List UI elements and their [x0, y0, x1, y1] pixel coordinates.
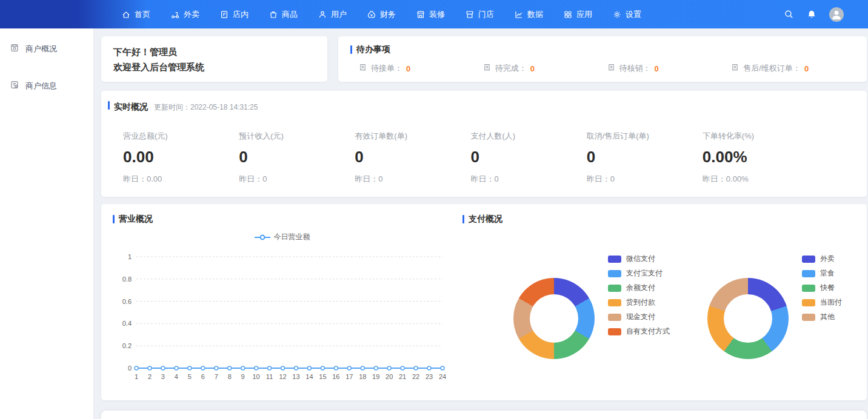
svg-text:7: 7: [215, 373, 218, 380]
legend-label: 当面付: [820, 297, 842, 308]
svg-text:17: 17: [346, 373, 353, 380]
legend-item[interactable]: 当面付: [802, 297, 842, 308]
nav-item-settings[interactable]: 设置: [612, 9, 641, 20]
svg-text:20: 20: [386, 373, 393, 380]
todo-item-label: 待接单：: [371, 63, 402, 74]
svg-text:15: 15: [319, 373, 326, 380]
legend-item[interactable]: 支付宝支付: [608, 268, 670, 279]
nav-label: 财务: [380, 9, 396, 20]
nav-item-home[interactable]: 首页: [121, 9, 150, 20]
payment-overview-section: 支付概况 微信支付支付宝支付余额支付货到付款现金支付自有支付方式 外卖堂食快餐当…: [452, 214, 867, 400]
sidebar-item-label: 商户信息: [25, 81, 57, 91]
apps-grid-icon: [563, 10, 573, 19]
legend-color-chip: [608, 256, 621, 263]
legend-item[interactable]: 自有支付方式: [608, 326, 670, 337]
legend-item[interactable]: 微信支付: [608, 254, 670, 264]
business-overview-section: 营业概况 今日营业额 00.20.40.60.81123456789101112…: [101, 214, 452, 400]
nav-item-stores[interactable]: 门店: [465, 9, 494, 20]
gear-icon: [612, 10, 622, 19]
payment-methods-donut-group: 微信支付支付宝支付余额支付货到付款现金支付自有支付方式: [513, 254, 670, 359]
legend-item[interactable]: 快餐: [802, 283, 842, 293]
nav-item-instore[interactable]: 店内: [219, 9, 249, 20]
payment-methods-legend: 微信支付支付宝支付余额支付货到付款现金支付自有支付方式: [608, 254, 670, 337]
realtime-title: 实时概况: [114, 102, 148, 113]
legend-color-chip: [802, 270, 815, 277]
update-time: 更新时间：2022-05-18 14:31:25: [154, 102, 258, 113]
nav-item-apps[interactable]: 应用: [563, 9, 592, 20]
svg-text:10: 10: [252, 373, 259, 380]
nav-item-goods[interactable]: 商品: [269, 9, 298, 20]
home-icon: [121, 10, 131, 19]
stat-yesterday: 昨日：0.00: [123, 174, 239, 185]
stat-total-revenue: 营业总额(元) 0.00 昨日：0.00: [123, 131, 239, 185]
charts-card: 营业概况 今日营业额 00.20.40.60.81123456789101112…: [101, 204, 867, 400]
main-content: 下午好！管理员 欢迎登入后台管理系统 待办事项 待接单：0 待完成：0: [94, 28, 868, 419]
bell-icon[interactable]: [807, 10, 816, 19]
storefront-icon: [416, 10, 426, 19]
todo-item-aftersale-orders[interactable]: 售后/维权订单：0: [730, 63, 855, 74]
svg-text:1: 1: [128, 253, 132, 260]
svg-text:14: 14: [305, 373, 313, 380]
todo-item-label: 待完成：: [495, 63, 527, 74]
greeting-card: 下午好！管理员 欢迎登入后台管理系统: [101, 36, 327, 82]
nav-item-decoration[interactable]: 装修: [416, 9, 445, 20]
svg-text:18: 18: [359, 373, 366, 380]
svg-text:16: 16: [332, 373, 339, 380]
legend-color-chip: [608, 314, 621, 321]
sidebar-item-merchant-info[interactable]: 商户信息: [0, 71, 93, 100]
nav-label: 数据: [527, 9, 543, 20]
stat-value: 0.00%: [703, 148, 818, 167]
legend-item[interactable]: 现金支付: [608, 312, 670, 322]
nav-label: 店内: [233, 9, 249, 20]
legend-label: 余额支付: [626, 283, 655, 293]
user-avatar[interactable]: [829, 7, 844, 22]
nav-item-takeout[interactable]: 外卖: [170, 9, 199, 20]
legend-color-chip: [802, 299, 815, 306]
todo-item-value: 0: [655, 64, 659, 73]
todo-item-pending-complete[interactable]: 待完成：0: [482, 63, 607, 74]
legend-color-chip: [608, 299, 621, 306]
stat-value: 0: [355, 148, 470, 167]
sidebar: 商户概况 商户信息: [0, 28, 94, 419]
sidebar-item-label: 商户概况: [25, 44, 57, 54]
legend-color-chip: [608, 328, 621, 335]
merchant-info-icon: [10, 80, 19, 91]
chart-icon: [514, 10, 524, 19]
section-accent-bar: [462, 215, 464, 223]
nav-item-users[interactable]: 用户: [318, 9, 347, 20]
legend-label: 货到付款: [626, 297, 655, 308]
stat-label: 下单转化率(%): [703, 131, 818, 142]
legend-item[interactable]: 其他: [802, 312, 842, 322]
legend-item[interactable]: 外卖: [802, 254, 842, 264]
stat-expected-income: 预计收入(元) 0 昨日：0: [239, 131, 355, 185]
stat-value: 0: [587, 148, 703, 167]
user-icon: [318, 10, 327, 19]
scooter-icon: [170, 10, 180, 19]
sidebar-item-merchant-overview[interactable]: 商户概况: [0, 35, 93, 63]
business-overview-title: 营业概况: [119, 214, 153, 225]
legend-color-chip: [802, 256, 815, 263]
legend-color-chip: [608, 285, 621, 292]
greeting-line2: 欢迎登入后台管理系统: [113, 59, 315, 74]
nav-item-data[interactable]: 数据: [514, 9, 543, 20]
svg-text:21: 21: [399, 373, 406, 380]
legend-label: 自有支付方式: [626, 326, 670, 337]
stat-yesterday: 昨日：0: [355, 174, 470, 185]
todo-item-label: 售后/维权订单：: [743, 63, 801, 74]
legend-color-chip: [802, 285, 815, 292]
stat-yesterday: 昨日：0.00%: [703, 174, 818, 185]
payment-methods-donut-chart: [513, 278, 595, 359]
todo-item-pending-accept[interactable]: 待接单：0: [358, 63, 482, 74]
nav-item-finance[interactable]: 财务: [367, 9, 396, 20]
todo-item-pending-verify[interactable]: 待核销：0: [607, 63, 731, 74]
section-accent-bar: [350, 45, 352, 54]
todo-item-value: 0: [530, 64, 535, 73]
legend-label: 其他: [820, 312, 835, 322]
legend-item[interactable]: 余额支付: [608, 283, 670, 293]
nav-label: 设置: [626, 9, 641, 20]
legend-item[interactable]: 货到付款: [608, 297, 670, 308]
legend-item[interactable]: 堂食: [802, 268, 842, 279]
line-chart-legend[interactable]: 今日营业额: [113, 232, 452, 242]
search-icon[interactable]: [784, 9, 794, 19]
realtime-overview-card: 实时概况 更新时间：2022-05-18 14:31:25 营业总额(元) 0.…: [101, 91, 867, 197]
